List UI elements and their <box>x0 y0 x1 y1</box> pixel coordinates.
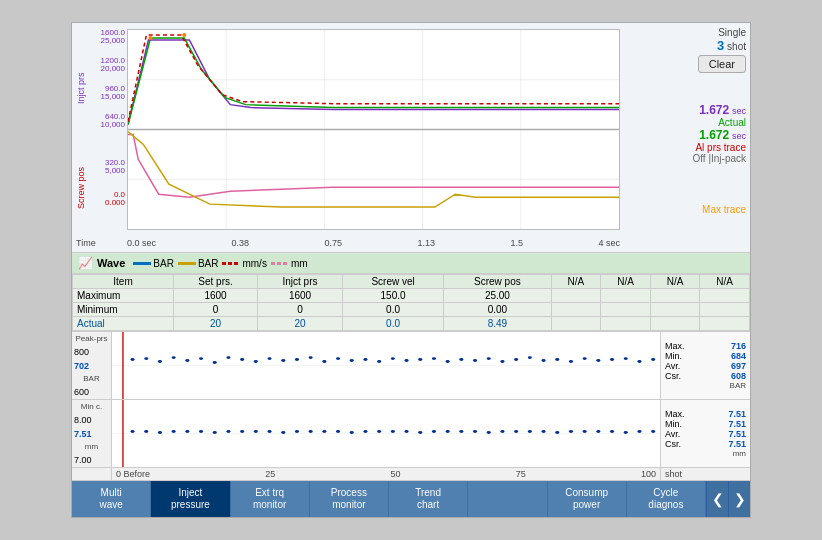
nav-btn-multiwave[interactable]: Multiwave <box>72 481 151 517</box>
stat-min-minc: Min. 7.51 <box>665 419 746 429</box>
x-label-1: 0.38 <box>232 238 250 248</box>
svg-point-45 <box>569 360 573 363</box>
nav-btn-consump-power[interactable]: Consumppower <box>548 481 627 517</box>
stat-csr-minc-val: 7.51 <box>728 439 746 449</box>
nav-btn-process-monitor[interactable]: Processmonitor <box>310 481 389 517</box>
y-axis-inj-numbers: 1600.025,000 1200.020,000 960.015,000 64… <box>90 29 125 124</box>
trend-chart-minc <box>112 400 660 467</box>
svg-point-69 <box>322 430 326 433</box>
trend-y-peakprs: Peak-prs 800 702 BAR 600 <box>72 332 112 399</box>
stat-max-minc: Max. 7.51 <box>665 409 746 419</box>
svg-point-93 <box>651 430 655 433</box>
trend-x-100: 100 <box>641 469 656 479</box>
wave-table: Item Set prs. Injct prs Screw vel Screw … <box>72 274 750 331</box>
row-minimum-screwvel: 0.0 <box>343 303 444 317</box>
legend-mmps: mm/s <box>222 258 266 269</box>
svg-point-41 <box>514 358 518 361</box>
x-label-4: 1.5 <box>511 238 524 248</box>
svg-point-61 <box>213 431 217 434</box>
svg-point-17 <box>185 359 189 362</box>
svg-point-30 <box>363 358 367 361</box>
legend-mm: mm <box>271 258 308 269</box>
svg-point-67 <box>295 430 299 433</box>
trend-svg-peakprs <box>112 332 660 399</box>
svg-point-18 <box>199 357 203 360</box>
svg-point-9 <box>182 33 186 37</box>
nav-prev-arrow[interactable]: ❮ <box>706 481 728 517</box>
nav-btn-trend-chart[interactable]: Trendchart <box>389 481 468 517</box>
svg-point-16 <box>172 356 176 359</box>
svg-point-83 <box>514 430 518 433</box>
y-inj-num-2: 960.015,000 <box>101 85 125 101</box>
nav-btn-cycle-diagnos[interactable]: Cyclediagnos <box>627 481 706 517</box>
svg-point-59 <box>185 430 189 433</box>
trend-x-50: 50 <box>390 469 400 479</box>
stat-avr-peakprs: Avr. 697 <box>665 361 746 371</box>
trend-x-shot-unit: shot <box>660 468 750 480</box>
svg-point-74 <box>391 430 395 433</box>
svg-point-86 <box>555 431 559 434</box>
svg-point-51 <box>651 358 655 361</box>
y-inj-num-0: 1600.025,000 <box>101 29 125 45</box>
svg-point-78 <box>446 430 450 433</box>
nav-next-arrow[interactable]: ❯ <box>728 481 750 517</box>
svg-point-42 <box>528 356 532 359</box>
svg-point-80 <box>473 430 477 433</box>
svg-point-8 <box>148 36 152 40</box>
wave-header: 📈 Wave BAR BAR mm/s mm <box>72 253 750 274</box>
svg-point-85 <box>541 430 545 433</box>
col-na3: N/A <box>650 275 700 289</box>
nav-btn-ext-trq[interactable]: Ext trqmonitor <box>231 481 310 517</box>
svg-point-25 <box>295 358 299 361</box>
nav-btn-inject-pressure[interactable]: Injectpressure <box>151 481 230 517</box>
table-row-minimum: Minimum 0 0 0.0 0.00 <box>73 303 750 317</box>
row-maximum-setprs: 1600 <box>174 289 258 303</box>
svg-point-46 <box>583 357 587 360</box>
row-minimum-setprs: 0 <box>174 303 258 317</box>
stat-max-minc-label: Max. <box>665 409 685 419</box>
row-maximum-screwpos: 25.00 <box>444 289 552 303</box>
svg-point-48 <box>610 358 614 361</box>
svg-point-39 <box>487 357 491 360</box>
trend-x-before: 0 Before <box>116 469 150 479</box>
trend-chart-peakprs <box>112 332 660 399</box>
svg-point-91 <box>624 431 628 434</box>
legend-al: Al prs trace <box>695 142 746 153</box>
legend-color-red-dashed <box>222 262 240 265</box>
stat-min-val: 684 <box>731 351 746 361</box>
svg-point-29 <box>350 359 354 362</box>
stat-max-minc-val: 7.51 <box>728 409 746 419</box>
svg-point-24 <box>281 359 285 362</box>
stat-csr-minc-label: Csr. <box>665 439 681 449</box>
stat-min-peakprs: Min. 684 <box>665 351 746 361</box>
clear-button[interactable]: Clear <box>698 55 746 73</box>
trend-y-min-peakprs: 600 <box>74 387 109 397</box>
row-minimum-label: Minimum <box>73 303 174 317</box>
legend-val2: 1.672 <box>699 128 729 142</box>
svg-point-31 <box>377 360 381 363</box>
svg-point-89 <box>596 430 600 433</box>
chart-legend: 1.672 sec Actual 1.672 sec Al prs trace … <box>692 103 746 215</box>
stat-min-label: Min. <box>665 351 682 361</box>
trend-y-minc-name: Min c. <box>74 402 109 411</box>
trend-y-unit-minc: mm <box>74 442 109 451</box>
row-maximum-injctprs: 1600 <box>258 289 343 303</box>
wave-title: Wave <box>97 257 125 269</box>
stat-avr-minc-label: Avr. <box>665 429 680 439</box>
trend-stats-minc: Max. 7.51 Min. 7.51 Avr. 7.51 Csr. 7.51 … <box>660 400 750 467</box>
trend-section: Peak-prs 800 702 BAR 600 <box>72 332 750 481</box>
col-na1: N/A <box>551 275 601 289</box>
stat-min-minc-val: 7.51 <box>728 419 746 429</box>
svg-point-55 <box>130 430 134 433</box>
svg-point-72 <box>363 430 367 433</box>
stat-max-val: 716 <box>731 341 746 351</box>
x-axis-labels: 0.0 sec 0.38 0.75 1.13 1.5 4 sec <box>127 238 620 248</box>
svg-point-15 <box>158 360 162 363</box>
legend-bar-2: BAR <box>178 258 219 269</box>
shot-count: 3 <box>717 38 724 53</box>
svg-point-68 <box>309 430 313 433</box>
single-label: Single <box>698 27 746 38</box>
svg-point-37 <box>459 358 463 361</box>
svg-point-57 <box>158 431 162 434</box>
svg-point-81 <box>487 431 491 434</box>
